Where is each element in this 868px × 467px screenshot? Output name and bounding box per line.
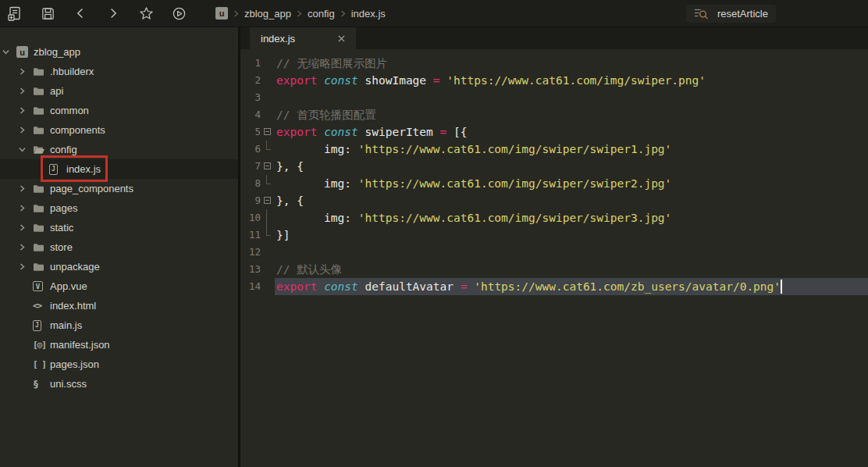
chevron-right-icon[interactable]: [19, 185, 33, 192]
folder-icon: [33, 184, 48, 194]
code-text[interactable]: }, {: [275, 158, 868, 175]
tree-item-pages-json[interactable]: [ ]pages.json: [0, 355, 238, 374]
code-line-3[interactable]: 3: [240, 89, 868, 106]
gutter-fold-column: [261, 123, 275, 141]
tree-item-index-html[interactable]: <>index.html: [0, 296, 238, 315]
favorite-button[interactable]: [137, 5, 155, 22]
fold-collapse-icon[interactable]: [264, 197, 271, 204]
back-button[interactable]: [72, 5, 89, 22]
tree-item-label: index.html: [50, 300, 96, 312]
tree-item-page-components[interactable]: page_components: [0, 179, 238, 198]
tree-item-manifest-json[interactable]: [◎]manifest.json: [0, 335, 238, 355]
token-cmt: // 默认头像: [276, 263, 342, 276]
gutter-fold-column: [261, 175, 275, 192]
breadcrumb-folder[interactable]: config: [308, 8, 335, 20]
code-text[interactable]: // 默认头像: [275, 261, 868, 278]
token-kw: =: [440, 126, 447, 138]
arrow-back-icon: [74, 7, 87, 20]
close-icon[interactable]: [338, 35, 345, 42]
code-line-12[interactable]: 12: [240, 244, 868, 261]
annotation-red-box: [41, 155, 108, 182]
code-text[interactable]: img: 'https://www.cat61.com/img/swiper/s…: [275, 175, 868, 192]
chevron-right-icon[interactable]: [19, 68, 33, 75]
code-text[interactable]: export const swiperItem = [{: [275, 123, 868, 141]
code-line-1[interactable]: 1// 无缩略图展示图片: [240, 55, 868, 72]
code-text[interactable]: }]: [275, 226, 868, 244]
chevron-right-icon[interactable]: [19, 244, 33, 251]
token-pl: [440, 74, 447, 87]
tree-item-label: static: [50, 222, 73, 234]
chevron-right-icon[interactable]: [19, 87, 33, 94]
tree-item-store[interactable]: store: [0, 237, 238, 257]
code-line-7[interactable]: 7}, {: [240, 158, 868, 175]
tree-item-main-js[interactable]: Jmain.js: [0, 315, 238, 335]
folder-icon: [33, 125, 48, 135]
tree-item--hbuilderx[interactable]: .hbuilderx: [0, 62, 238, 81]
fold-guide: [266, 175, 271, 184]
chevron-right-icon[interactable]: [19, 127, 33, 134]
gutter-fold-column: [261, 89, 275, 106]
code-text[interactable]: // 无缩略图展示图片: [275, 55, 868, 72]
code-line-5[interactable]: 5export const swiperItem = [{: [240, 123, 868, 141]
tree-item-pages[interactable]: pages: [0, 198, 238, 218]
chevron-right-icon[interactable]: [19, 263, 33, 270]
tree-item-label: components: [50, 124, 105, 136]
tree-item-components[interactable]: components: [0, 120, 238, 140]
code-text[interactable]: [275, 244, 868, 261]
tree-item-api[interactable]: api: [0, 81, 238, 101]
chevron-down-icon[interactable]: [19, 146, 33, 153]
breadcrumb-file[interactable]: index.js: [351, 8, 386, 20]
tree-item-config[interactable]: config: [0, 140, 238, 159]
code-text[interactable]: export const showImage = 'https://www.ca…: [275, 72, 868, 89]
tree-item-uni-scss[interactable]: §uni.scss: [0, 374, 238, 394]
tree-item-static[interactable]: static: [0, 218, 238, 237]
code-text[interactable]: }, {: [275, 192, 868, 209]
token-kw: export: [276, 74, 317, 87]
gutter-fold-column: [261, 158, 275, 175]
code-text[interactable]: export const defaultAvatar = 'https://ww…: [275, 278, 868, 295]
run-button[interactable]: [170, 5, 187, 22]
forward-button[interactable]: [105, 5, 122, 22]
code-line-11[interactable]: 11}]: [240, 226, 868, 244]
code-line-9[interactable]: 9}, {: [240, 192, 868, 209]
chevron-right-icon[interactable]: [19, 224, 33, 231]
code-line-6[interactable]: 6 img: 'https://www.cat61.com/img/swiper…: [240, 141, 868, 158]
search-input[interactable]: resetArticle: [717, 8, 768, 20]
chevron-right-icon[interactable]: [19, 205, 33, 212]
tab-index-js[interactable]: index.js: [250, 27, 356, 49]
fold-collapse-icon[interactable]: [264, 162, 271, 169]
gutter-fold-column: [261, 55, 275, 72]
breadcrumb-project[interactable]: zblog_app: [244, 8, 291, 20]
gutter-fold-column: [261, 209, 275, 226]
code-line-2[interactable]: 2export const showImage = 'https://www.c…: [240, 72, 868, 89]
token-pl: [317, 126, 324, 138]
search-box[interactable]: resetArticle: [686, 5, 776, 23]
tree-item-index-js[interactable]: Jindex.js: [0, 159, 238, 179]
save-button[interactable]: [39, 5, 56, 22]
new-file-button[interactable]: [6, 5, 23, 22]
file-scss-icon: §: [33, 378, 48, 390]
code-line-8[interactable]: 8 img: 'https://www.cat61.com/img/swiper…: [240, 175, 868, 192]
tree-item-common[interactable]: common: [0, 101, 238, 120]
code-line-14[interactable]: 14export const defaultAvatar = 'https://…: [240, 278, 868, 295]
file-json-icon: [ ]: [33, 359, 48, 369]
tree-item-unpackage[interactable]: unpackage: [0, 257, 238, 276]
tree-item-zblog-app[interactable]: uzblog_app: [0, 42, 238, 62]
code-text[interactable]: // 首页轮播图配置: [275, 106, 868, 123]
gutter-fold-column: [261, 226, 275, 244]
code-text[interactable]: img: 'https://www.cat61.com/img/swiper/s…: [275, 141, 868, 158]
code-text[interactable]: img: 'https://www.cat61.com/img/swiper/s…: [275, 209, 868, 226]
token-pl: }, {: [276, 160, 304, 173]
fold-collapse-icon[interactable]: [264, 128, 271, 135]
code-editor[interactable]: 1// 无缩略图展示图片2export const showImage = 'h…: [240, 49, 868, 467]
code-line-10[interactable]: 10 img: 'https://www.cat61.com/img/swipe…: [240, 209, 868, 226]
code-text[interactable]: [275, 89, 868, 106]
tree-item-label: main.js: [50, 319, 82, 331]
token-pl: }, {: [276, 194, 304, 207]
chevron-right-icon[interactable]: [19, 107, 33, 114]
tree-item-app-vue[interactable]: VApp.vue: [0, 276, 238, 296]
chevron-down-icon[interactable]: [2, 48, 16, 55]
code-line-13[interactable]: 13// 默认头像: [240, 261, 868, 278]
code-line-4[interactable]: 4// 首页轮播图配置: [240, 106, 868, 123]
file-vue-icon: V: [33, 281, 48, 291]
